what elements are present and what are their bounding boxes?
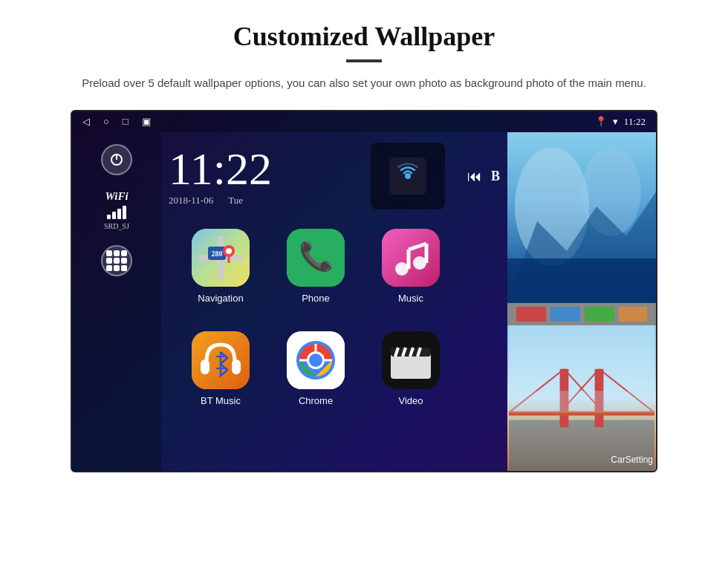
btmusic-label: BT Music bbox=[201, 395, 241, 406]
page-subtitle: Preload over 5 default wallpaper options… bbox=[82, 74, 646, 92]
page-title: Customized Wallpaper bbox=[233, 21, 495, 52]
wifi-bar-3 bbox=[117, 209, 121, 219]
app-music[interactable]: Music bbox=[366, 223, 455, 319]
ice-pattern bbox=[507, 132, 656, 303]
home-icon[interactable]: ○ bbox=[103, 116, 109, 128]
svg-rect-21 bbox=[201, 359, 209, 374]
svg-rect-43 bbox=[507, 258, 656, 303]
right-wallpapers: CarSetting bbox=[507, 132, 656, 471]
track-label: B bbox=[491, 169, 500, 184]
left-sidebar: WiFi SRD_SJ bbox=[72, 132, 161, 471]
navigation-label: Navigation bbox=[198, 293, 243, 304]
wifi-block: WiFi SRD_SJ bbox=[104, 190, 129, 230]
svg-point-3 bbox=[405, 173, 411, 179]
chrome-label: Chrome bbox=[299, 395, 333, 406]
wallpaper-top bbox=[507, 132, 656, 303]
apps-button[interactable] bbox=[101, 245, 132, 276]
btmusic-icon bbox=[192, 331, 250, 389]
wifi-bar-4 bbox=[123, 206, 126, 219]
media-controls: ⏮ B bbox=[460, 168, 500, 185]
app-grid: 280 Navigation bbox=[169, 217, 500, 471]
wifi-status-icon: ▾ bbox=[613, 116, 618, 128]
app-btmusic[interactable]: BT Music bbox=[176, 325, 265, 422]
clock-date-row: 2018-11-06 Tue bbox=[169, 195, 356, 206]
svg-rect-46 bbox=[585, 307, 614, 322]
phone-label: Phone bbox=[302, 293, 330, 304]
wifi-bar-1 bbox=[107, 215, 111, 219]
nav-icons: ◁ ○ □ ▣ bbox=[82, 116, 151, 128]
svg-point-28 bbox=[309, 354, 322, 367]
wifi-bar-2 bbox=[112, 212, 116, 219]
screenshot-icon[interactable]: ▣ bbox=[142, 116, 151, 128]
back-icon[interactable]: ◁ bbox=[82, 116, 90, 128]
svg-rect-45 bbox=[550, 307, 580, 322]
wifi-bars bbox=[104, 206, 129, 219]
svg-rect-57 bbox=[509, 391, 654, 412]
app-chrome[interactable]: Chrome bbox=[271, 325, 360, 422]
recent-icon[interactable]: □ bbox=[123, 116, 129, 128]
app-phone[interactable]: 📞 Phone bbox=[271, 223, 360, 319]
app-video[interactable]: Video bbox=[366, 325, 455, 422]
svg-rect-14 bbox=[382, 229, 440, 287]
main-area: WiFi SRD_SJ bbox=[72, 132, 656, 471]
wallpaper-bottom: CarSetting bbox=[507, 325, 656, 471]
navigation-icon: 280 bbox=[192, 229, 250, 287]
page-wrapper: Customized Wallpaper Preload over 5 defa… bbox=[0, 0, 728, 563]
carsetting-text: CarSetting bbox=[611, 455, 653, 465]
wifi-label: WiFi bbox=[104, 190, 129, 203]
wallpaper-middle bbox=[507, 303, 656, 325]
center-content: 11:22 2018-11-06 Tue bbox=[161, 132, 507, 471]
svg-rect-22 bbox=[232, 359, 241, 374]
carsetting-label: CarSetting bbox=[611, 455, 653, 465]
svg-rect-44 bbox=[516, 307, 546, 322]
media-widget[interactable] bbox=[371, 143, 445, 209]
android-screen: ◁ ○ □ ▣ 📍 ▾ 11:22 W bbox=[71, 110, 657, 472]
svg-rect-47 bbox=[619, 307, 647, 322]
clock-date: 2018-11-06 bbox=[169, 195, 213, 206]
video-label: Video bbox=[398, 395, 423, 406]
svg-text:📞: 📞 bbox=[299, 239, 334, 273]
app-navigation[interactable]: 280 Navigation bbox=[176, 223, 265, 319]
clock-block: 11:22 2018-11-06 Tue bbox=[169, 146, 356, 206]
clock-area: 11:22 2018-11-06 Tue bbox=[169, 132, 500, 217]
wifi-network-name: SRD_SJ bbox=[104, 222, 129, 230]
power-button[interactable] bbox=[101, 144, 132, 175]
video-icon bbox=[382, 331, 440, 389]
music-label: Music bbox=[398, 293, 423, 304]
phone-icon: 📞 bbox=[287, 229, 345, 287]
location-icon: 📍 bbox=[595, 116, 607, 128]
clock-time: 11:22 bbox=[169, 146, 356, 192]
status-bar: ◁ ○ □ ▣ 📍 ▾ 11:22 bbox=[72, 111, 656, 132]
music-icon bbox=[382, 229, 440, 287]
svg-point-15 bbox=[395, 262, 409, 276]
svg-point-10 bbox=[226, 248, 232, 254]
title-divider bbox=[346, 59, 382, 62]
chrome-icon bbox=[287, 331, 345, 389]
status-right: 📍 ▾ 11:22 bbox=[595, 116, 646, 128]
svg-text:280: 280 bbox=[212, 250, 223, 258]
clock-day: Tue bbox=[228, 195, 243, 206]
prev-track-icon[interactable]: ⏮ bbox=[467, 168, 482, 185]
status-time: 11:22 bbox=[624, 116, 646, 128]
apps-grid-icon bbox=[106, 250, 127, 271]
svg-point-16 bbox=[413, 256, 426, 270]
